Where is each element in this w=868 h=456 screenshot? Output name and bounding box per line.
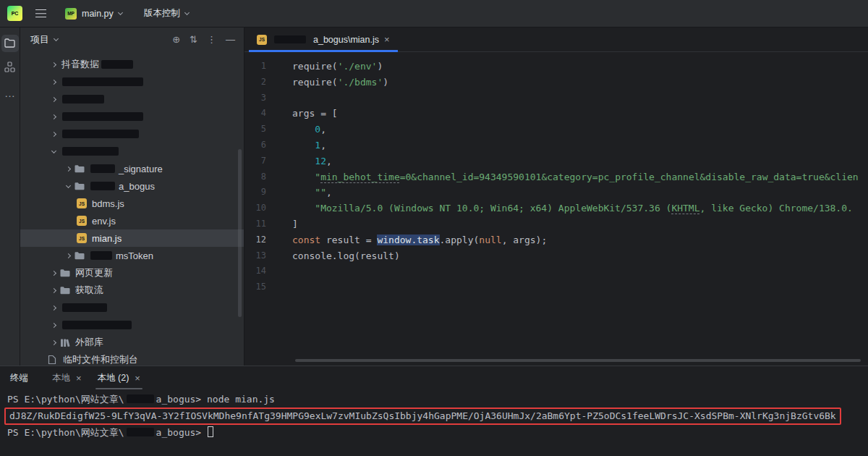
- collapse-all-icon[interactable]: ⇅: [190, 34, 197, 45]
- line-number-11[interactable]: 11: [244, 216, 266, 232]
- terminal-tab-本地 (2)[interactable]: 本地 (2)×: [90, 366, 148, 389]
- line-number-4[interactable]: 4: [244, 106, 266, 122]
- line-number-5[interactable]: 5: [244, 122, 266, 138]
- tree-item-redacted-2[interactable]: [20, 73, 244, 90]
- hide-panel-icon[interactable]: —: [226, 34, 235, 45]
- chevron-right-icon[interactable]: [48, 132, 60, 136]
- tree-item-抖音数据[interactable]: 抖音数据: [20, 56, 244, 73]
- line-number-6[interactable]: 6: [244, 138, 266, 153]
- tree-item-label: _signature: [119, 164, 163, 174]
- tree-item-env.js[interactable]: JSenv.js: [20, 212, 244, 229]
- more-options-icon[interactable]: ⋮: [207, 34, 216, 45]
- editor-tab-mian-js[interactable]: JS a_bogus\mian.js ×: [249, 28, 398, 51]
- tree-item-获取流[interactable]: 获取流: [20, 282, 244, 299]
- close-icon[interactable]: ×: [384, 34, 390, 45]
- structure-tool-button[interactable]: [1, 59, 19, 77]
- chevron-right-icon[interactable]: [48, 63, 60, 67]
- redacted-text: [101, 60, 133, 69]
- chevron-right-icon[interactable]: [48, 80, 60, 84]
- line-number-13[interactable]: 13: [244, 248, 266, 264]
- tree-item-redacted-16[interactable]: [20, 316, 244, 334]
- run-configuration-widget[interactable]: MP main.py: [59, 4, 128, 23]
- tree-item-a_bogus[interactable]: a_bogus: [20, 177, 244, 195]
- code-line-2[interactable]: require('./bdms'): [292, 75, 868, 90]
- chevron-right-icon[interactable]: [48, 115, 60, 119]
- code-lines[interactable]: require('./env')require('./bdms')args = …: [292, 59, 868, 366]
- main-area: … 项目 ⊕ ⇅ ⋮ — 抖音数据_signaturea_bogusJSbdms…: [0, 28, 868, 366]
- line-number-14[interactable]: 14: [244, 263, 266, 279]
- terminal-result-line-red-box[interactable]: dJ8Z/RukDEdigfW25-9LfY3qVA-3Y2fIOSVkMDhe…: [4, 408, 841, 425]
- line-number-2[interactable]: 2: [244, 75, 266, 90]
- chevron-right-icon[interactable]: [62, 254, 75, 258]
- folder-icon: [60, 286, 74, 295]
- locate-file-icon[interactable]: ⊕: [172, 34, 180, 45]
- terminal-output[interactable]: PS E:\python\网站文章\a_bogus> node mian.jsd…: [0, 389, 868, 456]
- line-number-10[interactable]: 10: [244, 200, 266, 216]
- close-icon[interactable]: ×: [76, 373, 82, 384]
- line-number-3[interactable]: 3: [244, 90, 266, 106]
- code-line-3[interactable]: [292, 90, 868, 106]
- tree-item-_signature[interactable]: _signature: [20, 160, 244, 177]
- code-token: ,: [326, 156, 332, 166]
- line-number-8[interactable]: 8: [244, 169, 266, 185]
- code-line-8[interactable]: "min_behot_time=0&channel_id=94349590101…: [292, 169, 868, 185]
- tab-redacted-text: [274, 35, 306, 43]
- code-line-4[interactable]: args = [: [292, 106, 868, 122]
- terminal-tab-本地[interactable]: 本地×: [44, 366, 90, 389]
- chevron-down-icon[interactable]: [48, 151, 60, 153]
- chevron-right-icon[interactable]: [48, 341, 60, 345]
- project-panel-title[interactable]: 项目: [30, 33, 49, 46]
- chevron-down-icon[interactable]: [62, 185, 75, 187]
- tree-item-redacted-6[interactable]: [20, 143, 244, 160]
- chevron-right-icon[interactable]: [48, 306, 60, 310]
- redacted-text: [127, 394, 154, 403]
- code-line-6[interactable]: 1,: [292, 138, 868, 153]
- chevron-right-icon[interactable]: [48, 289, 60, 292]
- tree-item-redacted-3[interactable]: [20, 90, 244, 108]
- code-line-14[interactable]: [292, 263, 868, 279]
- terminal-line-3[interactable]: PS E:\python\网站文章\a_bogus>: [7, 425, 865, 441]
- chevron-right-icon[interactable]: [48, 98, 60, 101]
- code-token: 0: [315, 124, 320, 135]
- code-line-15[interactable]: [292, 279, 868, 295]
- more-tools-button[interactable]: …: [1, 84, 19, 101]
- chevron-right-icon[interactable]: [62, 167, 75, 171]
- editor-hscrollbar[interactable]: [295, 359, 861, 362]
- terminal-title[interactable]: 终端: [10, 372, 28, 384]
- tree-item-redacted-15[interactable]: [20, 299, 244, 316]
- tree-item-网页更新[interactable]: 网页更新: [20, 264, 244, 282]
- tree-item-redacted-4[interactable]: [20, 108, 244, 125]
- chevron-right-icon[interactable]: [48, 324, 60, 327]
- vcs-widget[interactable]: 版本控制: [138, 4, 195, 23]
- tree-item-mian.js[interactable]: JSmian.js: [20, 229, 244, 247]
- editor-tab-label: a_bogus\mian.js: [313, 35, 379, 45]
- close-icon[interactable]: ×: [135, 373, 140, 384]
- line-number-12[interactable]: 12: [244, 232, 266, 248]
- more-horizontal-icon: …: [4, 87, 15, 99]
- project-tool-button[interactable]: [1, 35, 19, 52]
- code-line-10[interactable]: "Mozilla/5.0 (Windows NT 10.0; Win64; x6…: [292, 200, 868, 216]
- tree-item-外部库[interactable]: 外部库: [20, 334, 244, 351]
- tree-scrollbar[interactable]: [238, 149, 242, 317]
- chevron-right-icon[interactable]: [48, 271, 60, 275]
- tree-item-临时文件和控制台[interactable]: 临时文件和控制台: [20, 351, 244, 366]
- line-number-9[interactable]: 9: [244, 185, 266, 200]
- tree-item-bdms.js[interactable]: JSbdms.js: [20, 195, 244, 212]
- code-line-5[interactable]: 0,: [292, 122, 868, 138]
- tree-item-redacted-5[interactable]: [20, 125, 244, 143]
- main-menu-icon[interactable]: [35, 9, 46, 17]
- left-tool-strip: …: [0, 28, 20, 366]
- code-line-11[interactable]: ]: [292, 216, 868, 232]
- line-number-15[interactable]: 15: [244, 279, 266, 295]
- code-line-13[interactable]: console.log(result): [292, 248, 868, 264]
- terminal-line-1[interactable]: PS E:\python\网站文章\a_bogus> node mian.js: [7, 392, 865, 408]
- folder-icon: [4, 38, 15, 50]
- code-line-12[interactable]: const result = window.task.apply(null, a…: [292, 232, 868, 248]
- line-number-1[interactable]: 1: [244, 59, 266, 75]
- line-number-7[interactable]: 7: [244, 153, 266, 169]
- code-line-7[interactable]: 12,: [292, 153, 868, 169]
- code-token: ]: [292, 219, 298, 229]
- code-line-1[interactable]: require('./env'): [292, 59, 868, 75]
- code-line-9[interactable]: "",: [292, 185, 868, 200]
- tree-item-msToken[interactable]: msToken: [20, 247, 244, 264]
